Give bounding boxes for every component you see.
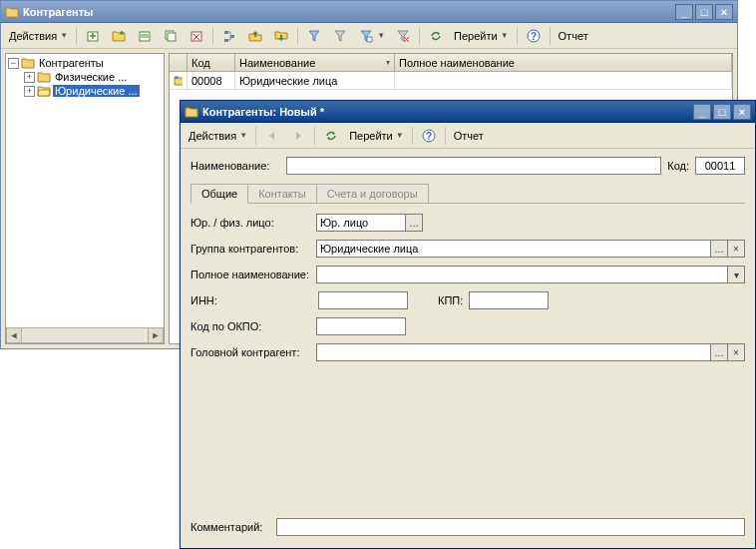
filter-by-button[interactable]: ▼ xyxy=(354,26,389,46)
table-row[interactable]: 00008 Юридические лица xyxy=(170,72,732,90)
goto-label: Перейти xyxy=(454,30,498,42)
separator xyxy=(550,27,551,45)
tab-general[interactable]: Общие xyxy=(190,184,248,204)
group-label: Группа контрагентов: xyxy=(190,243,310,255)
refresh-button[interactable] xyxy=(319,126,343,146)
report-button[interactable]: Отчет xyxy=(450,126,488,146)
level-up-button[interactable] xyxy=(243,26,267,46)
dialog-window-controls: _ □ × xyxy=(693,104,751,120)
hierarchy-button[interactable] xyxy=(217,26,241,46)
edit-button[interactable] xyxy=(133,26,157,46)
filter-off-button[interactable] xyxy=(328,26,352,46)
fullname-label: Полное наименование: xyxy=(190,269,310,280)
filter-icon xyxy=(306,28,322,44)
report-button[interactable]: Отчет xyxy=(555,26,592,46)
comment-field[interactable] xyxy=(276,518,745,536)
delete-button[interactable] xyxy=(185,26,208,46)
folder-icon xyxy=(21,57,35,69)
clear-filter-button[interactable] xyxy=(391,26,415,46)
dialog-toolbar: Действия ▼ Перейти ▼ ? Отчет xyxy=(181,123,755,149)
add-button[interactable] xyxy=(81,26,105,46)
code-field[interactable] xyxy=(695,157,745,175)
minimize-button[interactable]: _ xyxy=(675,4,693,20)
collapse-icon[interactable]: − xyxy=(8,58,19,69)
tab-contacts[interactable]: Контакты xyxy=(247,184,317,204)
level-down-button[interactable] xyxy=(269,26,293,46)
help-button[interactable]: ? xyxy=(417,126,441,146)
main-window-controls: _ □ × xyxy=(675,4,733,20)
horizontal-scrollbar: ◄ ► xyxy=(6,327,164,343)
minimize-button[interactable]: _ xyxy=(693,104,711,120)
add-icon xyxy=(85,28,101,44)
actions-menu[interactable]: Действия ▼ xyxy=(5,26,72,46)
tree-item[interactable]: + Физические ... xyxy=(24,70,162,84)
code-label: Код: xyxy=(667,160,689,172)
expand-icon[interactable]: + xyxy=(24,86,35,97)
filter-by-icon xyxy=(358,28,374,44)
close-button[interactable]: × xyxy=(715,4,733,20)
svg-rect-3 xyxy=(168,33,176,41)
tree-item-selected[interactable]: + Юридические ... xyxy=(24,84,162,98)
grid-header-full[interactable]: Полное наименование xyxy=(395,54,732,72)
help-icon: ? xyxy=(526,28,542,44)
parent-lookup-button[interactable]: … xyxy=(711,343,728,361)
kpp-field[interactable] xyxy=(469,291,549,309)
grid-header-code[interactable]: Код xyxy=(188,54,235,72)
goto-menu[interactable]: Перейти ▼ xyxy=(345,126,408,146)
filter-off-icon xyxy=(332,28,348,44)
arrow-right-icon xyxy=(290,128,306,144)
prev-button[interactable] xyxy=(260,126,284,146)
actions-menu[interactable]: Действия ▼ xyxy=(185,126,251,146)
scroll-track[interactable] xyxy=(22,327,148,343)
close-button[interactable]: × xyxy=(733,104,751,120)
level-up-icon xyxy=(247,28,263,44)
tab-accounts[interactable]: Счета и договоры xyxy=(316,184,429,204)
level-down-icon xyxy=(273,28,289,44)
fullname-dropdown-button[interactable]: ▾ xyxy=(728,266,745,283)
scroll-left-button[interactable]: ◄ xyxy=(6,327,22,343)
next-button[interactable] xyxy=(286,126,310,146)
maximize-button[interactable]: □ xyxy=(695,4,713,20)
tree-root-label: Контрагенты xyxy=(37,57,106,69)
svg-rect-5 xyxy=(224,31,228,34)
name-field[interactable] xyxy=(286,157,661,175)
svg-rect-7 xyxy=(224,39,228,42)
parent-field[interactable] xyxy=(316,343,711,361)
maximize-button[interactable]: □ xyxy=(713,104,731,120)
separator xyxy=(255,127,256,145)
scroll-right-button[interactable]: ► xyxy=(148,327,164,343)
svg-text:?: ? xyxy=(531,31,537,42)
inn-field[interactable] xyxy=(318,291,408,309)
refresh-button[interactable] xyxy=(424,26,448,46)
expand-icon[interactable]: + xyxy=(24,72,35,83)
grid-header-name[interactable]: Наименование▾ xyxy=(235,54,395,72)
tree-root[interactable]: − Контрагенты xyxy=(8,56,162,70)
grid-header-marker[interactable] xyxy=(170,54,188,72)
group-field[interactable] xyxy=(316,240,711,258)
type-select[interactable] xyxy=(316,214,406,232)
hierarchy-icon xyxy=(221,28,237,44)
goto-menu[interactable]: Перейти ▼ xyxy=(450,26,513,46)
chevron-down-icon: ▼ xyxy=(501,31,509,40)
sort-indicator-icon: ▾ xyxy=(386,58,390,67)
edit-icon xyxy=(137,28,153,44)
separator xyxy=(314,127,315,145)
okpo-field[interactable] xyxy=(316,317,406,335)
separator xyxy=(297,27,298,45)
svg-rect-6 xyxy=(230,35,234,38)
help-button[interactable]: ? xyxy=(522,26,546,46)
copy-button[interactable] xyxy=(159,26,183,46)
inn-label: ИНН: xyxy=(190,294,230,306)
group-clear-button[interactable]: × xyxy=(728,240,745,258)
clear-filter-icon xyxy=(395,28,411,44)
fullname-field[interactable] xyxy=(316,266,728,283)
dialog-window: Контрагенты: Новый * _ □ × Действия ▼ Пе… xyxy=(180,100,756,549)
refresh-icon xyxy=(428,28,444,44)
cell-code: 00008 xyxy=(188,72,235,90)
type-label: Юр. / физ. лицо: xyxy=(190,217,310,229)
add-folder-button[interactable] xyxy=(107,26,131,46)
group-lookup-button[interactable]: … xyxy=(711,240,728,258)
filter-button[interactable] xyxy=(302,26,326,46)
parent-clear-button[interactable]: × xyxy=(728,343,745,361)
type-select-button[interactable]: … xyxy=(406,214,423,232)
